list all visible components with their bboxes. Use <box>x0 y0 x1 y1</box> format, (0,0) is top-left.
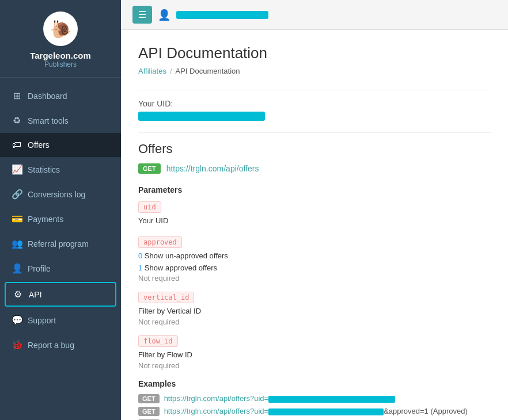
sidebar-item-label-referral-program: Referral program <box>28 239 89 249</box>
user-name-masked <box>176 11 268 19</box>
breadcrumb-current: API Documentation <box>176 67 240 75</box>
smart-tools-icon: ♻ <box>12 115 22 126</box>
sidebar-item-label-dashboard: Dashboard <box>28 91 67 101</box>
sidebar-sub: Publishers <box>44 60 77 68</box>
sidebar: 🐌 Targeleon.com Publishers ⊞ Dashboard ♻… <box>0 0 121 420</box>
param-flow-id-not-required: Not required <box>138 361 491 370</box>
offers-title: Offers <box>138 142 491 156</box>
sidebar-item-conversions-log[interactable]: 🔗 Conversions log <box>0 182 121 207</box>
main-content: ☰ 👤 API Documentation Affiliates / API D… <box>121 0 508 420</box>
page-title: API Documentation <box>138 44 491 62</box>
api-icon: ⚙ <box>13 289 23 300</box>
conversions-log-icon: 🔗 <box>12 189 22 200</box>
offers-icon: 🏷 <box>12 140 22 150</box>
sidebar-item-api[interactable]: ⚙ API <box>5 282 116 307</box>
example-get-badge-2: GET <box>138 407 160 416</box>
profile-icon: 👤 <box>12 263 22 274</box>
sidebar-brand: Targeleon.com <box>30 51 91 60</box>
sidebar-item-label-offers: Offers <box>28 140 50 150</box>
param-vertical-id: vertical_id Filter by Vertical ID Not re… <box>138 292 491 326</box>
example-uid-masked-2 <box>268 408 384 415</box>
hamburger-icon: ☰ <box>138 10 146 20</box>
statistics-icon: 📈 <box>12 164 22 175</box>
param-desc-vertical-id: Filter by Vertical ID <box>138 306 491 318</box>
param-approved-not-required: Not required <box>138 274 491 282</box>
param-desc-uid: Your UID <box>138 215 491 227</box>
section-divider-top <box>138 90 491 90</box>
top-bar: ☰ 👤 <box>121 0 508 30</box>
param-name-vertical-id: vertical_id <box>138 292 194 303</box>
sidebar-item-referral-program[interactable]: 👥 Referral program <box>0 231 121 256</box>
logo-icon: 🐌 <box>50 19 71 39</box>
sidebar-nav: ⊞ Dashboard ♻ Smart tools 🏷 Offers 📈 Sta… <box>0 78 121 420</box>
breadcrumb: Affiliates / API Documentation <box>138 67 491 75</box>
sidebar-logo: 🐌 Targeleon.com Publishers <box>0 0 121 78</box>
referral-icon: 👥 <box>12 238 22 249</box>
param-approved: approved 0 Show un-approved offers 1 Sho… <box>138 236 491 283</box>
example-row-1: GET https://trgln.com/api/offers?uid= <box>138 394 491 403</box>
sidebar-item-label-api: API <box>29 290 42 299</box>
example-url-2[interactable]: https://trgln.com/api/offers?uid=&approv… <box>164 407 468 415</box>
param-name-flow-id: flow_id <box>138 335 178 347</box>
param-uid: uid Your UID <box>138 201 491 227</box>
sidebar-item-offers[interactable]: 🏷 Offers <box>0 133 121 157</box>
uid-section: Your UID: <box>138 99 491 121</box>
example-get-badge-1: GET <box>138 394 160 403</box>
user-avatar-icon: 👤 <box>158 9 170 21</box>
page-body: API Documentation Affiliates / API Docum… <box>121 30 508 420</box>
params-title: Parameters <box>138 185 491 194</box>
sidebar-item-label-payments: Payments <box>28 215 63 224</box>
sidebar-item-dashboard[interactable]: ⊞ Dashboard <box>0 83 121 108</box>
param-flow-id: flow_id Filter by Flow ID Not required <box>138 335 491 370</box>
breadcrumb-parent-link[interactable]: Affiliates <box>138 67 166 75</box>
sidebar-item-smart-tools[interactable]: ♻ Smart tools <box>0 108 121 133</box>
payments-icon: 💳 <box>12 213 22 224</box>
sidebar-item-label-conversions-log: Conversions log <box>28 190 85 199</box>
examples-title: Examples <box>138 379 491 388</box>
support-icon: 💬 <box>12 315 22 326</box>
example-url-1[interactable]: https://trgln.com/api/offers?uid= <box>164 394 396 403</box>
sidebar-item-statistics[interactable]: 📈 Statistics <box>0 157 121 182</box>
offers-section: Offers GET https://trgln.com/api/offers … <box>138 142 491 420</box>
param-desc-flow-id: Filter by Flow ID <box>138 349 491 361</box>
example-approved-suffix: &approved=1 (Approved) <box>384 407 468 415</box>
hamburger-button[interactable]: ☰ <box>132 6 152 24</box>
param-name-uid: uid <box>138 201 161 213</box>
sidebar-item-support[interactable]: 💬 Support <box>0 308 121 333</box>
param-name-approved: approved <box>138 236 182 248</box>
sidebar-item-payments[interactable]: 💳 Payments <box>0 207 121 231</box>
uid-label: Your UID: <box>138 99 491 108</box>
offers-get-badge: GET <box>138 163 161 174</box>
example-row-2: GET https://trgln.com/api/offers?uid=&ap… <box>138 407 491 416</box>
param-vertical-id-not-required: Not required <box>138 318 491 326</box>
bug-icon: 🐞 <box>12 339 22 350</box>
uid-value-masked <box>138 112 265 121</box>
sidebar-item-label-statistics: Statistics <box>28 165 60 174</box>
param-desc-approved: 0 Show un-approved offers 1 Show approve… <box>138 250 491 274</box>
sidebar-item-label-report-bug: Report a bug <box>28 341 74 350</box>
sidebar-item-label-smart-tools: Smart tools <box>28 116 69 125</box>
offers-get-url[interactable]: https://trgln.com/api/offers <box>166 164 259 173</box>
approved-1: 1 <box>138 264 142 272</box>
sidebar-item-report-bug[interactable]: 🐞 Report a bug <box>0 333 121 357</box>
sidebar-item-profile[interactable]: 👤 Profile <box>0 256 121 281</box>
section-divider-uid <box>138 132 491 133</box>
breadcrumb-separator: / <box>170 67 172 75</box>
example-uid-masked-1 <box>268 396 395 403</box>
offers-get-row: GET https://trgln.com/api/offers <box>138 163 491 174</box>
sidebar-item-label-support: Support <box>28 316 56 325</box>
logo-circle: 🐌 <box>43 12 78 46</box>
sidebar-item-label-profile: Profile <box>28 264 51 273</box>
approved-0: 0 <box>138 251 142 260</box>
dashboard-icon: ⊞ <box>12 90 22 101</box>
